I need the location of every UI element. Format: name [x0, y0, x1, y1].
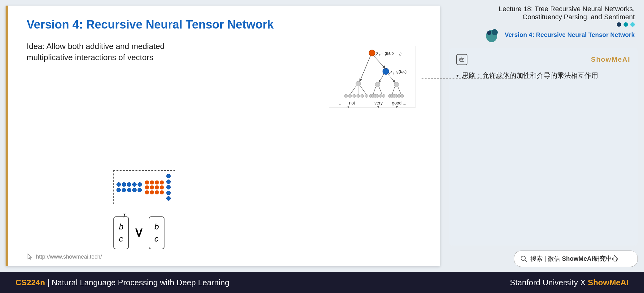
lecture-header: Lecture 18: Tree Recursive Neural Networ… — [449, 5, 638, 43]
ogrid-dot — [155, 190, 159, 194]
ogrid-dot — [160, 190, 164, 194]
svg-point-19 — [357, 94, 360, 97]
svg-line-23 — [388, 74, 395, 82]
right-panel: Lecture 18: Tree Recursive Neural Networ… — [446, 0, 644, 272]
ai-icon — [456, 54, 467, 65]
ogrid-dot — [150, 190, 154, 194]
svg-marker-50 — [28, 254, 32, 260]
svg-point-6 — [383, 68, 389, 74]
svg-point-25 — [394, 82, 399, 87]
svg-line-10 — [360, 56, 370, 82]
course-name: Natural Language Processing with Deep Le… — [52, 278, 230, 287]
ogrid-dot — [160, 185, 164, 189]
svg-point-0 — [369, 50, 375, 56]
svg-text:b: b — [377, 104, 379, 108]
tree-box: p 2 = g(a,p 1 ) p 1 =g(b,c) — [329, 46, 415, 108]
search-label: 搜索 | 微信 ShowMeAI研究中心 — [530, 255, 618, 263]
svg-point-40 — [397, 94, 401, 97]
connector-line — [422, 74, 530, 83]
blue-dot — [122, 182, 126, 187]
stanford-tree-icon — [485, 27, 502, 43]
ogrid-dot — [150, 185, 154, 189]
formula-b-label: b — [119, 221, 123, 233]
svg-text:p: p — [389, 69, 392, 74]
search-prefix: 搜索 | 微信 — [530, 255, 562, 262]
search-box[interactable]: 搜索 | 微信 ShowMeAI研究中心 — [514, 251, 638, 267]
footer: CS224n | Natural Language Processing wit… — [0, 272, 644, 293]
search-brand: ShowMeAI研究中心 — [562, 255, 618, 262]
svg-point-56 — [462, 59, 463, 60]
footer-university: Stanford University — [510, 278, 578, 287]
svg-text:a: a — [347, 104, 349, 108]
blue-dot — [116, 182, 121, 187]
dots-decoration — [617, 22, 635, 27]
tree-svg: p 2 = g(a,p 1 ) p 1 =g(b,c) — [329, 46, 415, 108]
blue-dot — [127, 188, 131, 192]
slide-title: Version 4: Recursive Neural Tensor Netwo… — [27, 18, 425, 31]
svg-point-21 — [365, 94, 368, 97]
footer-left: CS224n | Natural Language Processing wit… — [15, 278, 229, 287]
dot-light-blue — [630, 22, 635, 27]
svg-point-32 — [379, 94, 382, 97]
footer-separator: | — [47, 278, 52, 287]
formula-left: T b c — [113, 216, 129, 249]
right-blue-dot — [166, 180, 171, 184]
ogrid-dot — [160, 180, 164, 184]
svg-line-35 — [398, 87, 401, 95]
svg-line-27 — [379, 87, 382, 95]
formula-b-label-2: b — [154, 221, 159, 233]
svg-point-41 — [401, 94, 404, 97]
svg-text:2: 2 — [379, 54, 381, 57]
lecture-title-line2: Constituency Parsing, and Sentiment — [523, 13, 635, 21]
blue-dot — [127, 182, 131, 187]
right-blue-dot — [166, 174, 171, 178]
blue-dot — [138, 188, 142, 192]
formula-bc-2: b c — [149, 216, 164, 249]
footer-brand: ShowMeAI — [588, 278, 629, 287]
blue-vector — [116, 182, 142, 192]
svg-point-17 — [348, 94, 352, 97]
matrix-box — [113, 170, 175, 204]
slide-body-text: Idea: Allow both additive and mediated m… — [27, 41, 169, 63]
formula-area: T b c V b c — [113, 216, 164, 249]
ogrid-dot — [155, 185, 159, 189]
svg-text:=g(b,c): =g(b,c) — [394, 69, 406, 74]
ai-box-header: ShowMeAI — [456, 54, 630, 65]
ogrid-dot — [155, 180, 159, 184]
main-container: Version 4: Recursive Neural Tensor Netwo… — [0, 0, 644, 293]
orange-matrix — [145, 180, 164, 194]
svg-point-18 — [353, 94, 356, 97]
svg-line-26 — [373, 87, 376, 95]
ogrid-dot — [145, 190, 149, 194]
blue-dot — [122, 188, 126, 192]
transpose-T: T — [122, 213, 126, 219]
search-icon — [520, 255, 527, 262]
svg-text:p: p — [375, 51, 378, 55]
course-code: CS224n — [15, 278, 45, 287]
tree-diagram: p 2 = g(a,p 1 ) p 1 =g(b,c) — [322, 43, 422, 111]
svg-text:c: c — [396, 104, 398, 108]
matrix-container — [113, 170, 175, 204]
showmeai-brand: ShowMeAI — [591, 55, 630, 64]
svg-point-59 — [521, 256, 525, 260]
blue-dots-row-2 — [116, 188, 142, 192]
svg-point-31 — [376, 94, 379, 97]
slide-panel: Version 4: Recursive Neural Tensor Netwo… — [6, 6, 440, 266]
blue-dot — [116, 188, 121, 192]
right-blue-dot — [166, 191, 171, 195]
blue-dot — [132, 188, 137, 192]
svg-text:...: ... — [339, 100, 343, 105]
blue-dot — [132, 182, 137, 187]
formula-bc-1: b c — [113, 216, 129, 249]
dot-teal — [624, 22, 628, 27]
blue-dots-row-1 — [116, 182, 142, 187]
ogrid-dot — [145, 180, 149, 184]
svg-line-13 — [350, 86, 356, 95]
blue-vector-c — [166, 174, 171, 201]
svg-point-12 — [356, 81, 361, 86]
svg-point-53 — [487, 31, 491, 35]
footer-right: Stanford University X ShowMeAI — [510, 278, 629, 287]
formula-c-label-2: c — [154, 233, 159, 245]
svg-point-16 — [344, 94, 348, 97]
svg-point-55 — [460, 59, 462, 60]
